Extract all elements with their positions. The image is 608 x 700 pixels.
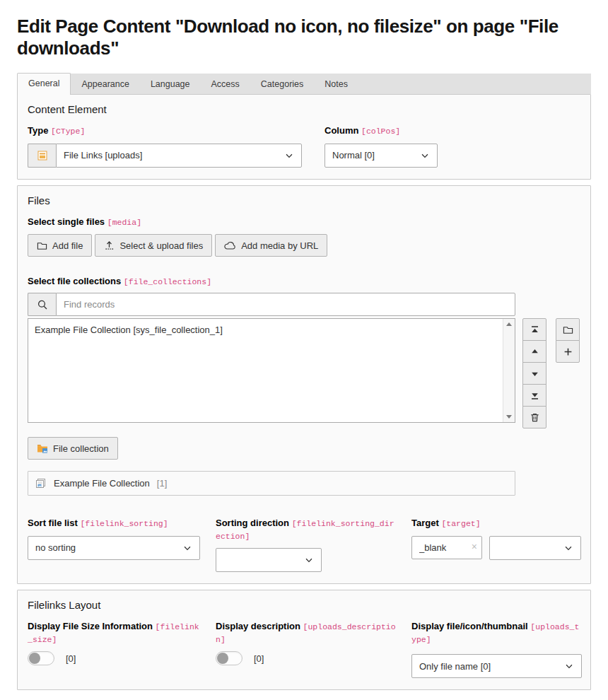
chevron-down-icon — [563, 543, 573, 553]
clear-icon[interactable]: × — [472, 542, 477, 552]
target-select[interactable] — [489, 536, 581, 560]
select-upload-files-button[interactable]: Select & upload files — [95, 234, 212, 257]
panel-files: Files Select single files [media] Add fi… — [17, 185, 591, 584]
browse-records-button[interactable] — [556, 318, 580, 341]
sort-file-list-select[interactable]: no sorting — [28, 536, 200, 560]
record-uid: [1] — [157, 478, 167, 489]
chevron-down-icon — [182, 543, 192, 553]
plus-icon — [563, 346, 573, 357]
colpos-select[interactable]: Normal [0] — [325, 144, 438, 168]
selected-collection-record: Example File Collection [1] — [28, 471, 515, 496]
ctype-select[interactable]: File Links [uploads] — [56, 144, 302, 168]
type-field-code: [CType] — [51, 127, 85, 136]
display-filesize-toggle[interactable] — [28, 651, 54, 665]
edit-record-form: Edit Page Content "Download no icon, no … — [0, 16, 608, 700]
page-title: Edit Page Content "Download no icon, no … — [17, 16, 591, 59]
chevron-down-icon — [284, 151, 294, 161]
scroll-down-icon[interactable] — [506, 415, 512, 419]
chevron-down-icon — [420, 151, 430, 161]
add-media-by-url-button[interactable]: Add media by URL — [215, 234, 327, 257]
new-file-collection-button[interactable]: File collection — [28, 437, 118, 460]
list-item[interactable]: Example File Collection [sys_file_collec… — [28, 323, 503, 337]
tab-language[interactable]: Language — [140, 74, 201, 94]
display-filesize-label: Display File Size Information [filelink_… — [28, 620, 200, 645]
tab-appearance[interactable]: Appearance — [71, 74, 139, 94]
target-label: Target [target] — [411, 517, 582, 530]
move-down-icon — [530, 368, 540, 379]
form-tab-bar: General Appearance Language Access Categ… — [17, 74, 591, 94]
display-description-label: Display description [uploads_description… — [216, 620, 396, 645]
move-up-icon — [530, 346, 540, 357]
tab-general[interactable]: General — [17, 73, 71, 95]
move-to-top-button[interactable] — [522, 318, 546, 341]
delete-button[interactable] — [522, 406, 546, 428]
file-collections-field-label: Select file collections [file_collection… — [28, 275, 580, 288]
listbox-scrollbar[interactable] — [503, 319, 515, 422]
record-title: Example File Collection — [54, 478, 150, 489]
column-field-code: [colPos] — [361, 127, 400, 136]
section-heading: Content Element — [28, 103, 580, 115]
move-to-bottom-icon — [530, 390, 540, 401]
move-to-bottom-button[interactable] — [522, 384, 546, 407]
display-description-toggle[interactable] — [216, 651, 242, 665]
sort-file-list-code: [filelink_sorting] — [80, 519, 168, 528]
move-down-button[interactable] — [522, 362, 546, 385]
sort-file-list-label: Sort file list [filelink_sorting] — [28, 517, 200, 530]
display-type-label: Display file/icon/thumbnail [uploads_typ… — [411, 620, 582, 645]
toggle-state-value: [0] — [254, 653, 264, 664]
section-heading: Filelinks Layout — [28, 599, 580, 611]
upload-icon — [104, 240, 115, 251]
find-records-input[interactable] — [56, 293, 515, 316]
add-file-button[interactable]: Add file — [28, 234, 92, 257]
media-field-label: Select single files [media] — [28, 216, 580, 228]
panel-filelinks-layout: Filelinks Layout Display File Size Infor… — [17, 590, 591, 690]
sorting-direction-select[interactable] — [216, 548, 322, 572]
search-icon — [28, 293, 56, 316]
type-field-label: Type [CType] — [28, 124, 302, 137]
panel-content-element: Content Element Type [CType] — [17, 94, 591, 180]
tab-notes[interactable]: Notes — [314, 74, 358, 94]
chevron-down-icon — [304, 555, 314, 565]
trash-icon — [530, 412, 540, 423]
media-field-code: [media] — [107, 218, 141, 227]
content-type-icon — [28, 144, 56, 168]
file-collection-record-icon — [35, 477, 47, 489]
section-heading: Files — [28, 194, 580, 206]
move-to-top-icon — [530, 325, 540, 335]
move-up-button[interactable] — [522, 340, 546, 363]
folder-icon — [37, 240, 47, 251]
tab-access[interactable]: Access — [201, 74, 250, 94]
uploads-type-select[interactable]: Only file name [0] — [411, 654, 582, 678]
file-collection-icon — [37, 443, 48, 453]
toggle-knob — [217, 653, 228, 664]
folder-icon — [563, 325, 573, 335]
tab-categories[interactable]: Categories — [250, 74, 314, 94]
add-record-button[interactable] — [556, 340, 580, 363]
file-collections-listbox[interactable]: Example File Collection [sys_file_collec… — [28, 318, 515, 423]
toggle-state-value: [0] — [66, 653, 76, 664]
column-field-label: Column [colPos] — [325, 124, 438, 137]
toggle-knob — [29, 653, 40, 664]
sorting-direction-label: Sorting direction [filelink_sorting_dire… — [216, 517, 396, 542]
chevron-down-icon — [564, 661, 574, 671]
target-code: [target] — [441, 519, 480, 528]
scroll-up-icon[interactable] — [506, 322, 512, 326]
file-collections-field-code: [file_collections] — [124, 277, 211, 286]
cloud-icon — [224, 241, 236, 250]
